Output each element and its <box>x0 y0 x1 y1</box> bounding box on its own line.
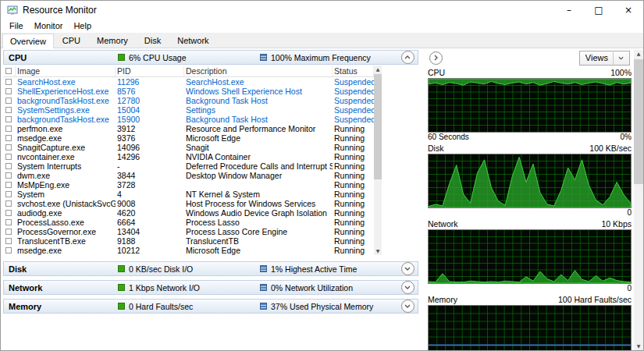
table-row[interactable]: ProcessGovernor.exe13404Process Lasso Co… <box>3 227 374 236</box>
table-row[interactable]: msedge.exe10212Microsoft EdgeRunning <box>3 246 374 255</box>
memory-graph-block: Memory 100 Hard Faults/sec <box>428 294 632 350</box>
tab-disk[interactable]: Disk <box>137 34 169 48</box>
table-row[interactable]: ShellExperienceHost.exe8576Windows Shell… <box>3 87 374 96</box>
chevron-right-icon <box>434 55 438 61</box>
close-button[interactable]: × <box>614 1 643 20</box>
row-checkbox[interactable] <box>5 79 12 85</box>
cpu-collapse-button[interactable] <box>401 51 415 64</box>
table-row[interactable]: TranslucentTB.exe9188TranslucentTBRunnin… <box>3 236 374 246</box>
scroll-up-icon[interactable]: ▲ <box>634 50 643 58</box>
tab-network[interactable]: Network <box>169 34 216 48</box>
table-row[interactable]: perfmon.exe3912Resource and Performance … <box>3 124 374 133</box>
panel-scrollbar[interactable]: ▲ ▼ <box>634 50 643 350</box>
cell-pid: 3728 <box>116 180 184 190</box>
disk-section-title: Disk <box>9 264 118 274</box>
process-table: Image PID Description Status SearchHost.… <box>3 66 382 255</box>
row-checkbox[interactable] <box>5 238 12 244</box>
row-checkbox[interactable] <box>5 247 12 254</box>
network-io-indicator: 1 Kbps Network I/O <box>118 283 260 292</box>
table-row[interactable]: System Interrupts-Deferred Procedure Cal… <box>3 161 374 171</box>
network-expand-button[interactable] <box>401 281 415 294</box>
column-header-pid[interactable]: PID <box>116 66 184 76</box>
scroll-down-icon[interactable]: ▼ <box>634 342 643 350</box>
minimize-button[interactable]: – <box>554 1 584 20</box>
cell-status: Running <box>333 236 374 246</box>
memory-expand-button[interactable] <box>401 300 415 313</box>
row-checkbox[interactable] <box>5 116 12 122</box>
table-row[interactable]: backgroundTaskHost.exe12780Background Ta… <box>3 96 374 105</box>
table-row[interactable]: svchost.exe (UnistackSvcGroup)9008Host P… <box>3 199 374 208</box>
cell-status: Running <box>333 180 374 190</box>
row-checkbox-cell <box>3 171 16 180</box>
table-row[interactable]: msedge.exe9376Microsoft EdgeRunning <box>3 133 374 143</box>
row-checkbox[interactable] <box>5 200 12 207</box>
row-checkbox[interactable] <box>5 107 12 113</box>
table-row[interactable]: SnagitCapture.exe14096SnagitRunning <box>3 143 374 152</box>
table-row[interactable]: nvcontainer.exe14296NVIDIA ContainerRunn… <box>3 152 374 161</box>
row-checkbox[interactable] <box>5 172 12 179</box>
row-checkbox[interactable] <box>5 229 12 235</box>
row-checkbox[interactable] <box>5 98 12 104</box>
select-all-checkbox[interactable] <box>5 68 12 74</box>
cell-pid: - <box>116 161 184 171</box>
network-io-label: 1 Kbps Network I/O <box>129 283 200 292</box>
cell-pid: 10212 <box>116 246 184 255</box>
disk-section-header[interactable]: Disk 0 KB/sec Disk I/O 1% Highest Active… <box>3 261 418 276</box>
row-checkbox-cell <box>3 218 16 227</box>
disk-expand-button[interactable] <box>401 262 415 275</box>
table-row[interactable]: System4NT Kernel & SystemRunning <box>3 190 374 199</box>
row-checkbox[interactable] <box>5 219 12 225</box>
table-row[interactable]: backgroundTaskHost.exe15900Background Ta… <box>3 115 374 124</box>
scroll-up-icon[interactable]: ▲ <box>374 66 382 73</box>
cell-description: Desktop Window Manager <box>184 171 333 180</box>
table-row[interactable]: MsMpEng.exe3728Running <box>3 180 374 190</box>
tab-cpu[interactable]: CPU <box>55 34 88 48</box>
cpu-section-header[interactable]: CPU 6% CPU Usage 100% Maximum Frequency <box>3 50 418 65</box>
column-header-image[interactable]: Image <box>16 66 116 76</box>
cpu-frequency-label: 100% Maximum Frequency <box>271 53 371 62</box>
graphs-collapse-button[interactable] <box>429 51 443 65</box>
memory-section-header[interactable]: Memory 0 Hard Faults/sec 37% Used Physic… <box>3 299 418 314</box>
tab-overview[interactable]: Overview <box>2 34 54 48</box>
tab-memory[interactable]: Memory <box>89 34 136 48</box>
scrollbar-thumb[interactable] <box>634 59 643 184</box>
table-row[interactable]: SearchHost.exe11296SearchHost.exeSuspend… <box>3 77 374 87</box>
scrollbar-thumb[interactable] <box>374 74 382 179</box>
network-graph <box>428 229 632 284</box>
row-checkbox[interactable] <box>5 144 12 151</box>
row-checkbox[interactable] <box>5 135 12 141</box>
row-checkbox[interactable] <box>5 88 12 94</box>
cell-pid: 3844 <box>116 171 184 180</box>
table-row[interactable]: dwm.exe3844Desktop Window ManagerRunning <box>3 171 374 180</box>
menu-help[interactable]: Help <box>68 20 97 33</box>
network-section-header[interactable]: Network 1 Kbps Network I/O 0% Network Ut… <box>3 280 418 295</box>
table-row[interactable]: audiodg.exe4620Windows Audio Device Grap… <box>3 208 374 218</box>
row-checkbox[interactable] <box>5 191 12 197</box>
maximize-button[interactable]: □ <box>584 1 614 20</box>
cell-image: nvcontainer.exe <box>16 152 116 161</box>
row-checkbox-cell <box>3 190 16 199</box>
row-checkbox-cell <box>3 199 16 208</box>
menu-monitor[interactable]: Monitor <box>29 20 69 33</box>
cell-pid: 15004 <box>116 105 184 115</box>
column-header-status[interactable]: Status <box>333 66 374 76</box>
memory-faults-indicator: 0 Hard Faults/sec <box>118 302 260 311</box>
row-checkbox[interactable] <box>5 163 12 169</box>
table-row[interactable]: ProcessLasso.exe6664Process LassoRunning <box>3 218 374 227</box>
row-checkbox-cell <box>3 143 16 152</box>
row-checkbox[interactable] <box>5 182 12 188</box>
cell-description: NT Kernel & System <box>184 190 333 199</box>
views-dropdown[interactable]: Views <box>579 51 630 66</box>
row-checkbox[interactable] <box>5 154 12 160</box>
column-header-description[interactable]: Description <box>184 66 333 76</box>
row-checkbox[interactable] <box>5 126 12 132</box>
network-graph-min: 0 <box>627 284 632 292</box>
row-checkbox-cell <box>3 236 16 246</box>
row-checkbox[interactable] <box>5 210 12 216</box>
scroll-down-icon[interactable]: ▼ <box>374 247 382 255</box>
cell-description: Microsoft Edge <box>184 133 333 143</box>
table-row[interactable]: SystemSettings.exe15004SettingsSuspended <box>3 105 374 115</box>
cell-pid: 9376 <box>116 133 184 143</box>
menu-file[interactable]: File <box>4 20 29 33</box>
table-scrollbar[interactable]: ▲ ▼ <box>374 66 382 255</box>
